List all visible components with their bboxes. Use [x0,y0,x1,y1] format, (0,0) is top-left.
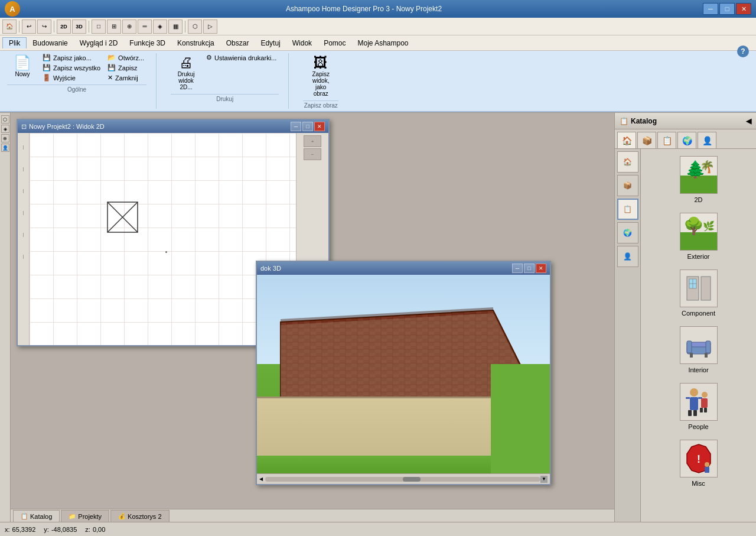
sidebar-tool1[interactable]: ⬡ [1,115,9,124]
scrollbar-thumb[interactable] [403,477,421,482]
view3d-scrollbar: ◀ ▼ [257,473,550,484]
svg-rect-16 [701,277,711,300]
svg-point-35 [705,462,709,467]
view3d-close[interactable]: ✕ [536,264,546,273]
catalog-item-2d[interactable]: 🌲 🌴 2D [646,154,751,206]
tab-katalog[interactable]: 📋 Katalog [13,510,60,522]
menu-widok[interactable]: Widok [286,38,318,48]
view3d-canvas[interactable] [257,275,550,473]
ribbon-drukuj-widok[interactable]: 🖨 Drukuj widok 2D... [171,53,201,92]
catalog-side-component[interactable]: 🌍 [617,222,638,243]
canvas-area[interactable]: ⊡ Nowy Projekt2 : Widok 2D ─ □ ✕ | | | |… [11,113,614,536]
view2d-titlebar[interactable]: ⊡ Nowy Projekt2 : Widok 2D ─ □ ✕ [18,120,328,133]
tab-projekty[interactable]: 📁 Projekty [61,510,109,522]
catalog-item-misc[interactable]: ! Misc [646,437,751,489]
ribbon-otworz[interactable]: 📂Otwórz... [105,53,146,62]
scrollbar-track[interactable] [265,477,540,482]
menu-obszar[interactable]: Obszar [220,38,255,48]
menu-moje[interactable]: Moje Ashampoo [351,38,414,48]
view3d-minimize[interactable]: ─ [512,264,523,273]
help-button[interactable]: ? [737,46,749,57]
kosztorys-tab-icon: 💰 [118,513,125,519]
view3d-window: dok 3D ─ □ ✕ [256,261,551,485]
catalog-header: 📋 Katalog ◀ [615,113,756,129]
y-value: -48,0835 [51,526,77,533]
svg-point-29 [702,392,708,398]
svg-rect-24 [690,397,698,410]
ribbon-zapisz-jako-obraz[interactable]: 🖼 Zapisz widok, jako obraz [305,53,336,98]
maximize-button[interactable]: □ [719,3,735,15]
tool4-button[interactable]: ═ [138,20,152,34]
catalog-collapse-icon[interactable]: ◀ [746,117,751,125]
bottom-tabs: 📋 Katalog 📁 Projekty 💰 Kosztorys 2 [11,509,614,522]
tool5-button[interactable]: ◈ [153,20,167,34]
view2d-maximize[interactable]: □ [302,122,313,131]
view3d-maximize[interactable]: □ [524,264,535,273]
view3d-titlebar[interactable]: dok 3D ─ □ ✕ [257,262,550,275]
ribbon-nowy[interactable]: 📄 Nowy [7,53,38,82]
svg-rect-20 [706,341,711,353]
menu-wyglad[interactable]: Wygląd i 2D [74,38,124,48]
main-area: ⬡ ◈ ⊕ 👤 ⊡ Nowy Projekt2 : Widok 2D ─ □ ✕ [0,113,756,536]
view2d-icon: ⊡ [21,123,27,131]
catalog-side-exterior[interactable]: 📦 [617,175,638,196]
tool7-button[interactable]: ⬡ [188,20,202,34]
view3d-button[interactable]: 3D [72,20,86,34]
svg-point-23 [690,388,698,397]
ribbon-zapisz-wszystko[interactable]: 💾Zapisz wszystko [40,63,103,72]
close-button[interactable]: ✕ [736,3,751,15]
toolbar-area: 🏠 ↩ ↪ 2D 3D □ ⊞ ⊕ ═ ◈ ▦ ⬡ ▷ Plik Budowan… [0,18,756,113]
scrollbar-right-arrow[interactable]: ▼ [540,476,548,483]
menu-konstrukcja[interactable]: Konstrukcja [171,38,220,48]
catalog-side-active[interactable]: 📋 [617,199,638,220]
view2d-zoom-out[interactable]: − [304,148,321,160]
svg-rect-21 [690,353,693,358]
ribbon-wyjscie[interactable]: 🚪Wyjście [40,73,103,82]
menu-funkcje3d[interactable]: Funkcje 3D [123,38,171,48]
minimize-button[interactable]: ─ [703,3,718,15]
redo-button[interactable]: ↪ [37,20,51,34]
catalog-tab-package[interactable]: 📦 [637,132,656,148]
catalog-tab-person[interactable]: 👤 [698,132,716,148]
scrollbar-left-arrow[interactable]: ◀ [259,476,263,482]
menu-pomoc[interactable]: Pomoc [318,38,351,48]
catalog-item-component[interactable]: Component [646,267,751,319]
catalog-side-2d[interactable]: 🏠 [617,151,638,173]
view2d-button[interactable]: 2D [57,20,71,34]
ribbon-zapisz-jako[interactable]: 💾Zapisz jako... [40,53,103,62]
sidebar-tool4[interactable]: 👤 [1,144,9,152]
catalog-item-people[interactable]: People [646,381,751,433]
ribbon-zapisz[interactable]: 💾Zapisz [105,63,146,72]
menu-edytuj[interactable]: Edytuj [255,38,286,48]
catalog-side-person[interactable]: 👤 [617,246,638,267]
tool3-button[interactable]: ⊕ [122,20,136,34]
tool8-button[interactable]: ▷ [203,20,217,34]
house-2d-icon [106,201,139,233]
catalog-item-interior[interactable]: Interior [646,324,751,376]
svg-rect-32 [704,408,707,412]
catalog-panel: 📋 Katalog ◀ 🏠 📦 📋 🌍 👤 🏠 📦 📋 🌍 👤 [614,113,756,536]
menubar: Plik Budowanie Wygląd i 2D Funkcje 3D Ko… [0,35,756,51]
view2d-zoom-in[interactable]: + [304,135,321,147]
ribbon-ustawienia-drukarki[interactable]: ⚙Ustawienia drukarki... [204,53,279,62]
catalog-tab-globe[interactable]: 🌍 [677,132,696,148]
view2d-close[interactable]: ✕ [314,122,325,131]
ribbon-zamknij[interactable]: ✕Zamknij [105,73,146,82]
catalog-tab-home[interactable]: 🏠 [617,132,636,148]
tool6-button[interactable]: ▦ [168,20,183,34]
catalog-item-exterior[interactable]: 🌳 🌿 Exterior [646,210,751,262]
home-button[interactable]: 🏠 [2,20,17,34]
menu-budowanie[interactable]: Budowanie [27,38,73,48]
app-logo: A [5,1,20,17]
tool2-button[interactable]: ⊞ [107,20,121,34]
catalog-tab-list[interactable]: 📋 [657,132,676,148]
menu-plik[interactable]: Plik [2,37,27,48]
view2d-minimize[interactable]: ─ [291,122,301,131]
tab-kosztorys[interactable]: 💰 Kosztorys 2 [110,510,169,522]
quickbar: 🏠 ↩ ↪ 2D 3D □ ⊞ ⊕ ═ ◈ ▦ ⬡ ▷ [0,18,756,35]
sidebar-tool2[interactable]: ◈ [1,125,9,133]
undo-button[interactable]: ↩ [22,20,36,34]
view2d-ruler: | | | | | | [18,133,30,345]
sidebar-tool3[interactable]: ⊕ [1,134,9,142]
tool1-button[interactable]: □ [92,20,106,34]
